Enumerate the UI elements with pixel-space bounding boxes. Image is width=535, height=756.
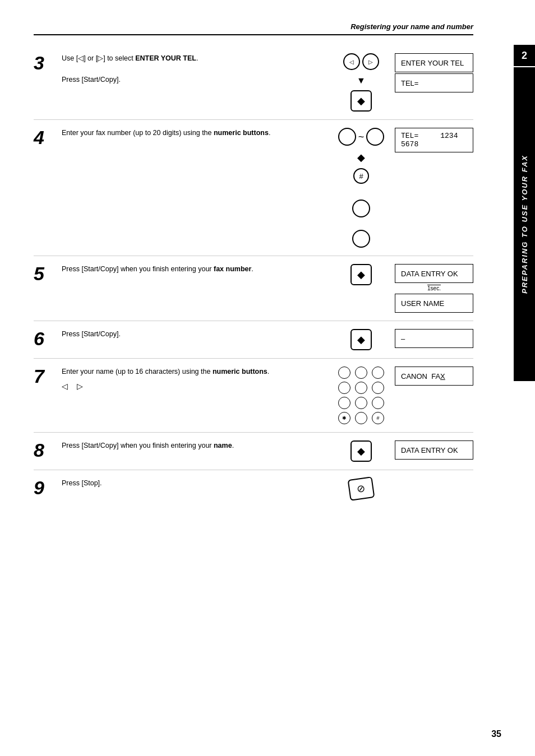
step-7-row: 7 Enter your name (up to 16 characters) …: [34, 359, 473, 433]
step-6-display: –: [395, 329, 473, 348]
step-8-text: Press [Start/Copy] when you finish enter…: [62, 440, 328, 451]
key-1: [338, 367, 350, 379]
step-7-number: 7: [34, 367, 56, 386]
step-5-display: DATA ENTRY OK 1sec. USER NAME: [395, 264, 473, 313]
step-8-number: 8: [34, 440, 56, 460]
numeric-keypad-icon: ✱ #: [338, 367, 384, 424]
key-5: [355, 382, 367, 394]
chapter-number: 2: [522, 50, 527, 62]
step-8-icon: ◆: [328, 440, 395, 462]
step-4-row: 4 Enter your fax number (up to 20 digits…: [34, 120, 473, 256]
step-6-number: 6: [34, 329, 56, 348]
step-6-icon: ◆: [328, 329, 395, 350]
key-8: [355, 397, 367, 409]
step-8-display: DATA ENTRY OK: [395, 440, 473, 460]
display-canon-fax: CANON FAX: [395, 367, 473, 386]
start-copy-btn-5[interactable]: ◆: [350, 264, 372, 285]
step-8-line1: Press [Start/Copy] when you finish enter…: [62, 442, 234, 449]
step-6-text: Press [Start/Copy].: [62, 329, 328, 340]
num-circle-1: [352, 200, 370, 217]
step-7-text: Enter your name (up to 16 characters) us…: [62, 367, 328, 392]
tsec-label: 1sec.: [395, 284, 473, 293]
step-6-row: 6 Press [Start/Copy]. ◆ –: [34, 321, 473, 359]
display-tel-empty: TEL=: [395, 73, 473, 92]
display-data-entry-ok-5: DATA ENTRY OK: [395, 264, 473, 283]
stop-btn-container: ⊘: [349, 478, 373, 499]
step-7-arrows: ◁ ▷: [62, 381, 322, 392]
display-dash: –: [395, 329, 473, 348]
key-star: ✱: [338, 412, 350, 424]
step-3-icon: ◁ ▷ ▼ ◆: [328, 53, 395, 112]
step-6-line1: Press [Start/Copy].: [62, 330, 121, 338]
tel-left-circle: [338, 128, 356, 146]
step-3-number: 3: [34, 53, 56, 72]
start-copy-btn-3[interactable]: ◆: [350, 90, 372, 112]
step-9-line1: Press [Stop].: [62, 479, 102, 487]
num-circle-2: [352, 230, 370, 248]
keypad-row-3: [338, 397, 384, 409]
key-hash: #: [372, 412, 384, 424]
step-5-number: 5: [34, 264, 56, 283]
display-user-name: USER NAME: [395, 294, 473, 313]
lr-buttons-icon: ◁ ▷: [343, 53, 379, 70]
step-5-icon: ◆: [328, 264, 395, 285]
step-4-line1: Enter your fax number (up to 20 digits) …: [62, 129, 270, 137]
side-tab: PREPARING TO USE YOUR FAX: [514, 67, 535, 381]
key-2: [355, 367, 367, 379]
left-arrow-btn[interactable]: ◁: [343, 53, 360, 70]
step-3-text: Use [◁] or [▷] to select ENTER YOUR TEL.…: [62, 53, 328, 85]
step-3-row: 3 Use [◁] or [▷] to select ENTER YOUR TE…: [34, 45, 473, 120]
key-3: [372, 367, 384, 379]
step-9-icon: ⊘: [328, 478, 395, 499]
key-4: [338, 382, 350, 394]
down-arrow-icon: ▼: [357, 76, 366, 86]
step-4-text: Enter your fax number (up to 20 digits) …: [62, 128, 328, 138]
keypad-row-1: [338, 367, 384, 379]
step-9-text: Press [Stop].: [62, 478, 328, 489]
step-4-number: 4: [34, 128, 56, 147]
key-6: [372, 382, 384, 394]
step-7-line1: Enter your name (up to 16 characters) us…: [62, 368, 269, 375]
step-7-icon: ✱ #: [328, 367, 395, 424]
page-container: 2 PREPARING TO USE YOUR FAX Registering …: [0, 0, 535, 756]
stop-btn-9[interactable]: ⊘: [348, 476, 375, 501]
key-7: [338, 397, 350, 409]
data-entry-ok-label-5: DATA ENTRY OK: [401, 270, 458, 278]
left-arrow-text: ◁: [62, 381, 68, 392]
key-9: [372, 397, 384, 409]
step-4-icon: ~ ◆ #: [328, 128, 395, 248]
page-number: 35: [491, 729, 501, 739]
step-5-row: 5 Press [Start/Copy] when you finish ent…: [34, 256, 473, 321]
hash-btn[interactable]: #: [353, 168, 369, 184]
canon-fax-text: CANON FAX: [401, 372, 445, 381]
start-copy-btn-6[interactable]: ◆: [350, 329, 372, 350]
start-copy-btn-8[interactable]: ◆: [350, 440, 372, 462]
side-tab-label: PREPARING TO USE YOUR FAX: [520, 155, 529, 294]
display-data-entry-ok-8: DATA ENTRY OK: [395, 440, 473, 460]
data-entry-ok-label-8: DATA ENTRY OK: [401, 446, 458, 454]
dot-icon: ◆: [357, 151, 365, 164]
step-7-display: CANON FAX: [395, 367, 473, 386]
chapter-number-box: 2: [514, 45, 535, 66]
display-tel-value: TEL= 1234 5678: [395, 128, 473, 152]
tel-right-circle: [366, 128, 384, 146]
tilde-icon: ~: [358, 131, 365, 143]
key-0: [355, 412, 367, 424]
step-4-display: TEL= 1234 5678: [395, 128, 473, 152]
display-enter-your-tel: ENTER YOUR TEL: [395, 53, 473, 72]
tel-dial-icon: ~: [338, 128, 385, 146]
header-title: Registering your name and number: [350, 22, 473, 31]
step-9-row: 9 Press [Stop]. ⊘: [34, 470, 473, 507]
step-5-line1: Press [Start/Copy] when you finish enter…: [62, 265, 253, 273]
step-9-number: 9: [34, 478, 56, 497]
step-5-text: Press [Start/Copy] when you finish enter…: [62, 264, 328, 275]
page-header: Registering your name and number: [34, 22, 473, 35]
right-arrow-text: ▷: [77, 381, 83, 392]
keypad-row-2: [338, 382, 384, 394]
step-3-line2: Press [Start/Copy].: [62, 76, 121, 84]
step-3-display: ENTER YOUR TEL TEL=: [395, 53, 473, 92]
keypad-row-4: ✱ #: [338, 412, 384, 424]
right-arrow-btn[interactable]: ▷: [362, 53, 379, 70]
step-3-line1: Use [◁] or [▷] to select ENTER YOUR TEL.: [62, 54, 198, 62]
step-8-row: 8 Press [Start/Copy] when you finish ent…: [34, 433, 473, 470]
